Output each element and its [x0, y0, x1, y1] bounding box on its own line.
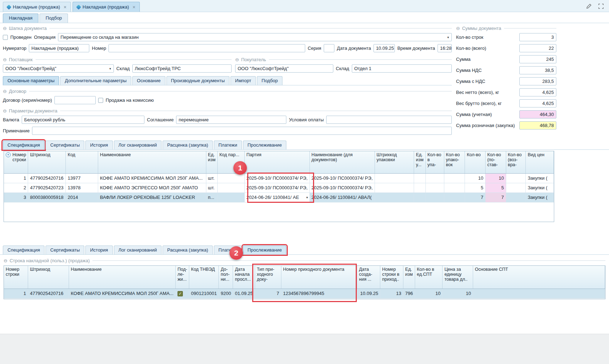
- series-input[interactable]: [324, 44, 334, 52]
- close-icon[interactable]: ×: [133, 5, 136, 10]
- column-header[interactable]: Ед. изм: [206, 151, 217, 173]
- grid-cell[interactable]: КОФЕ АМАТО КРЕМИССИМА МОЛ 250Г АМА...: [98, 173, 206, 183]
- column-header[interactable]: Наименование (для документов): [309, 151, 375, 173]
- column-header[interactable]: Кол-во: [465, 151, 485, 173]
- column-header[interactable]: Наименование: [98, 151, 206, 173]
- grid-cell[interactable]: [414, 183, 425, 192]
- grid-cell[interactable]: 5: [465, 183, 485, 192]
- column-header[interactable]: Тип при- ходного доку-: [255, 266, 281, 289]
- grid-cell[interactable]: [425, 183, 444, 192]
- tab-rascenka-zakupka[interactable]: Расценка (закупка): [163, 141, 213, 149]
- grid-cell[interactable]: 8000380005918: [28, 192, 66, 202]
- note-input[interactable]: [32, 127, 452, 135]
- tab-istoriya[interactable]: История: [85, 141, 112, 149]
- column-header[interactable]: Штрихкод упаковки: [375, 151, 414, 173]
- grid-cell[interactable]: [217, 183, 244, 192]
- grid-cell[interactable]: 1: [4, 173, 28, 183]
- total-value[interactable]: 4,625: [519, 99, 556, 107]
- grid-cell[interactable]: 2014: [66, 192, 98, 202]
- total-value[interactable]: 38,5: [519, 66, 556, 74]
- grid-cell[interactable]: [375, 192, 414, 202]
- commission-checkbox[interactable]: [98, 98, 103, 103]
- table-row-selected[interactable]: 1 4779025420716 КОФЕ АМАТО КРЕМИССИМА МО…: [4, 289, 605, 298]
- column-header[interactable]: Номер строки: [4, 266, 28, 289]
- table-row[interactable]: 2 4779025420723 13978 КОФЕ АМАТО ЭСПРЕСС…: [4, 183, 554, 192]
- grid-cell[interactable]: [473, 289, 605, 298]
- column-header[interactable]: ▾Номер строки: [4, 151, 28, 173]
- tab-nakladnaya[interactable]: Накладная: [3, 14, 38, 23]
- grid-cell[interactable]: [506, 173, 526, 183]
- grid-cell[interactable]: 2: [4, 183, 28, 192]
- column-header[interactable]: Кол-во в ед.СПТ: [415, 266, 443, 289]
- column-header[interactable]: Вид цен: [526, 151, 554, 173]
- operation-select[interactable]: Перемещение со склада на магазин ▾: [58, 33, 452, 41]
- tab-proizvodnye-dokumenty[interactable]: Производные документы: [166, 76, 229, 85]
- grid-cell[interactable]: 4779025420723: [28, 183, 66, 192]
- tab-platezhi[interactable]: Платежи: [214, 141, 242, 149]
- tab-specifikaciya-2[interactable]: Спецификация: [3, 246, 44, 254]
- grid-cell[interactable]: [444, 173, 465, 183]
- contract-number-input[interactable]: [54, 96, 96, 104]
- tab-osnovnye-parametry[interactable]: Основные параметры: [3, 76, 59, 85]
- tab-specifikaciya[interactable]: Спецификация: [3, 141, 44, 149]
- grid-selector-icon[interactable]: ▾: [6, 152, 11, 157]
- column-header[interactable]: Кол-во (по- став-: [485, 151, 506, 173]
- grid-cell[interactable]: КОФЕ АМАТО ЭСПРЕССО МОЛ 250Г АМАТО: [98, 183, 206, 192]
- window-tab-invoice[interactable]: Накладная (продажа) ×: [73, 2, 140, 12]
- doc-time-input[interactable]: 16:28: [438, 44, 452, 52]
- tab-dopolnitelnye-parametry[interactable]: Дополнительные параметры: [60, 76, 131, 85]
- total-value[interactable]: 22: [519, 44, 556, 52]
- grid-cell[interactable]: 1234567896799945: [281, 289, 357, 298]
- column-header[interactable]: Номер строки в приход..: [380, 266, 403, 289]
- total-value-accounting[interactable]: 464,30: [519, 110, 556, 118]
- column-header[interactable]: Код ТНВЭД: [189, 266, 219, 289]
- collapse-icon[interactable]: ⊖: [4, 258, 7, 263]
- collapse-icon[interactable]: ⊖: [3, 26, 7, 31]
- column-header[interactable]: Дата начала просл...: [233, 266, 255, 289]
- tab-proslezhivanie[interactable]: Прослеживание: [243, 141, 287, 149]
- grid-cell[interactable]: [217, 192, 244, 202]
- supplier-select[interactable]: ООО "ЛюксСофтТрейд" ▾: [3, 64, 114, 73]
- column-header[interactable]: Кол-во упако- вок: [444, 151, 465, 173]
- grid-cell[interactable]: [444, 192, 465, 202]
- grid-cell[interactable]: 0901210001: [189, 289, 219, 298]
- chevron-down-icon[interactable]: ▾: [306, 196, 308, 199]
- grid-cell[interactable]: КОФЕ АМАТО КРЕМИССИМА МОЛ 250Г АМА...: [69, 289, 176, 298]
- buyer-input[interactable]: ООО "ЛюксСофтТрейд": [235, 64, 333, 73]
- total-value[interactable]: 283,5: [519, 77, 556, 85]
- grid-cell[interactable]: 4779025420716: [28, 289, 69, 298]
- grid-cell[interactable]: 7: [465, 192, 485, 202]
- grid-cell[interactable]: [506, 192, 526, 202]
- column-header[interactable]: Цена за единицу товара дл..: [443, 266, 473, 289]
- grid-cell[interactable]: 10: [443, 289, 473, 298]
- grid-cell[interactable]: [425, 192, 444, 202]
- grid-cell[interactable]: 13: [380, 289, 403, 298]
- buyer-warehouse-input[interactable]: Отдел 1: [352, 64, 452, 73]
- grid-cell[interactable]: 796: [403, 289, 415, 298]
- column-header[interactable]: Наименование: [69, 266, 176, 289]
- grid-cell[interactable]: 10: [415, 289, 443, 298]
- grid-cell[interactable]: 1: [4, 289, 28, 298]
- window-tab-invoices-list[interactable]: Накладные (продажа) ×: [3, 2, 71, 12]
- column-header[interactable]: Партия: [244, 151, 309, 173]
- expand-icon[interactable]: [598, 3, 604, 9]
- grid-cell[interactable]: 5: [485, 183, 506, 192]
- tab-podbor-2[interactable]: Подбор: [257, 76, 282, 85]
- column-header[interactable]: Номер приходного документа: [281, 266, 357, 289]
- collapse-icon[interactable]: ⊖: [235, 57, 239, 62]
- tab-import[interactable]: Импорт: [231, 76, 256, 85]
- tab-log-skanirovaniy[interactable]: Лог сканирований: [114, 141, 161, 149]
- grid-cell[interactable]: Закупки (: [526, 183, 554, 192]
- column-header[interactable]: До- пол- ни...: [219, 266, 233, 289]
- grid-cell[interactable]: [375, 173, 414, 183]
- grid-cell[interactable]: 10: [465, 173, 485, 183]
- column-header[interactable]: Дата созда- ния ...: [357, 266, 380, 289]
- grid-cell[interactable]: шт.: [206, 183, 217, 192]
- tab-proslezhivanie-2[interactable]: Прослеживание: [243, 246, 287, 254]
- collapse-icon[interactable]: ⊖: [3, 57, 7, 62]
- grid-cell[interactable]: 2025-09-10/ ПС0000374/ РЭ,: [309, 183, 375, 192]
- grid-cell[interactable]: [506, 183, 526, 192]
- total-value[interactable]: 245: [519, 55, 556, 63]
- grid-cell[interactable]: 7: [255, 289, 281, 298]
- tab-sertifikaty-2[interactable]: Сертификаты: [46, 246, 84, 254]
